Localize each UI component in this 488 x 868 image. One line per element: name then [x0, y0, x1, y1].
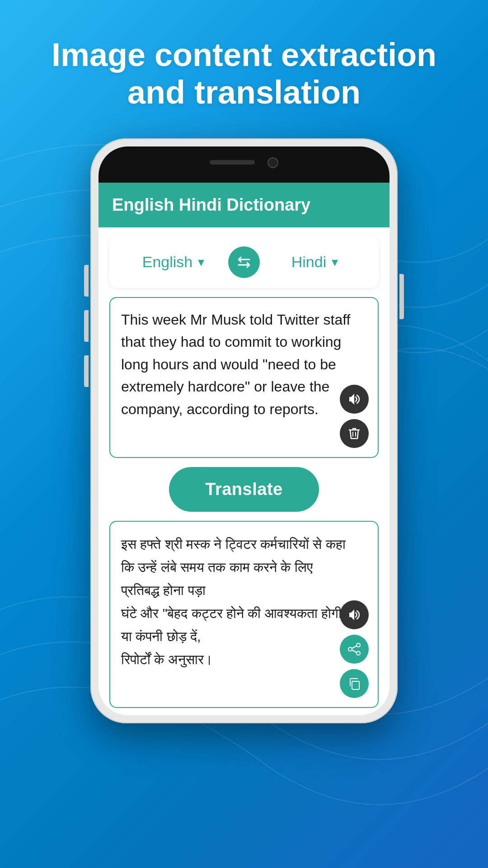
speaker-icon [347, 607, 362, 623]
phone-body: English Hindi Dictionary English ▾ Hindi… [90, 138, 398, 723]
swap-icon [235, 253, 253, 271]
translated-text-content: इस हफ्ते श्री मस्क ने ट्विटर कर्मचारियों… [121, 533, 367, 671]
status-bar [99, 146, 389, 183]
source-chevron-down-icon: ▾ [198, 255, 204, 269]
trash-icon [347, 426, 362, 441]
translate-button[interactable]: Translate [169, 467, 319, 512]
target-chevron-down-icon: ▾ [332, 255, 338, 269]
translated-share-button[interactable] [340, 635, 369, 664]
front-camera [267, 157, 278, 168]
svg-point-2 [357, 651, 360, 655]
copy-icon [347, 676, 362, 691]
swap-languages-button[interactable] [228, 246, 260, 278]
translated-text-actions [340, 600, 369, 698]
phone-mockup: English Hindi Dictionary English ▾ Hindi… [90, 138, 398, 723]
source-language-dropdown[interactable]: English ▾ [118, 253, 228, 271]
translated-copy-button[interactable] [340, 669, 369, 698]
svg-point-0 [357, 643, 360, 647]
svg-rect-3 [352, 681, 359, 689]
source-speak-button[interactable] [340, 385, 369, 414]
translated-speak-button[interactable] [340, 600, 369, 629]
source-text-box[interactable]: This week Mr Musk told Twitter staff tha… [109, 297, 379, 458]
target-language-dropdown[interactable]: Hindi ▾ [260, 253, 370, 271]
target-language-label: Hindi [291, 253, 326, 271]
translated-text-box: इस हफ्ते श्री मस्क ने ट्विटर कर्मचारियों… [109, 521, 379, 708]
source-text-actions [340, 385, 369, 448]
source-delete-button[interactable] [340, 419, 369, 448]
translate-button-wrapper: Translate [99, 467, 389, 512]
phone-screen: English Hindi Dictionary English ▾ Hindi… [99, 146, 389, 715]
notch [185, 146, 303, 172]
app-header: English Hindi Dictionary [99, 183, 389, 227]
speaker-grille [210, 160, 255, 165]
share-icon [347, 642, 362, 657]
source-language-label: English [142, 253, 193, 271]
speaker-icon [347, 392, 362, 407]
page-title: Image content extraction and translation [15, 36, 473, 111]
source-text-content: This week Mr Musk told Twitter staff tha… [121, 309, 367, 421]
app-title: English Hindi Dictionary [112, 195, 376, 215]
language-selector: English ▾ Hindi ▾ [109, 236, 379, 288]
svg-point-1 [348, 647, 352, 651]
